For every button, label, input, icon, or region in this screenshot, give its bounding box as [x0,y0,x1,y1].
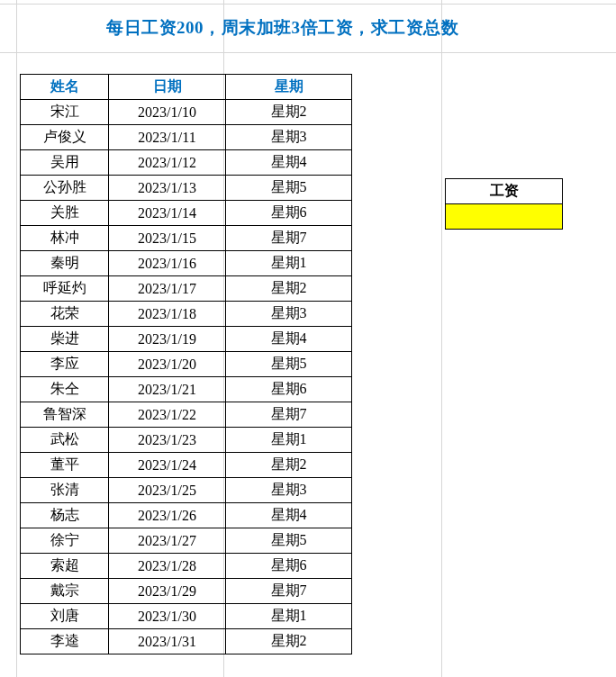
table-row: 林冲2023/1/15星期7 [21,226,352,251]
salary-header[interactable]: 工资 [446,179,563,204]
table-row: 武松2023/1/23星期1 [21,428,352,453]
table-row: 杨志2023/1/26星期4 [21,503,352,528]
cell-date[interactable]: 2023/1/22 [109,402,226,428]
cell-date[interactable]: 2023/1/27 [109,528,226,554]
cell-weekday[interactable]: 星期1 [226,428,352,453]
cell-date[interactable]: 2023/1/13 [109,176,226,201]
table-row: 花荣2023/1/18星期3 [21,302,352,327]
cell-weekday[interactable]: 星期2 [226,100,352,125]
cell-name[interactable]: 吴用 [21,150,109,176]
table-row: 刘唐2023/1/30星期1 [21,604,352,629]
cell-date[interactable]: 2023/1/14 [109,201,226,226]
cell-name[interactable]: 公孙胜 [21,176,109,201]
cell-weekday[interactable]: 星期5 [226,352,352,377]
table-row: 公孙胜2023/1/13星期5 [21,176,352,201]
cell-date[interactable]: 2023/1/19 [109,327,226,352]
table-row: 宋江2023/1/10星期2 [21,100,352,125]
cell-weekday[interactable]: 星期2 [226,629,352,654]
salary-table: 工资 [445,178,563,230]
table-row: 吴用2023/1/12星期4 [21,150,352,176]
cell-name[interactable]: 董平 [21,453,109,478]
cell-date[interactable]: 2023/1/16 [109,251,226,276]
cell-name[interactable]: 杨志 [21,503,109,528]
cell-date[interactable]: 2023/1/21 [109,377,226,402]
cell-date[interactable]: 2023/1/18 [109,302,226,327]
cell-weekday[interactable]: 星期1 [226,604,352,629]
cell-date[interactable]: 2023/1/28 [109,554,226,579]
cell-name[interactable]: 鲁智深 [21,402,109,428]
cell-name[interactable]: 徐宁 [21,528,109,554]
cell-name[interactable]: 张清 [21,478,109,503]
cell-weekday[interactable]: 星期6 [226,201,352,226]
cell-name[interactable]: 宋江 [21,100,109,125]
table-row: 李逵2023/1/31星期2 [21,629,352,654]
header-weekday[interactable]: 星期 [226,75,352,100]
cell-name[interactable]: 关胜 [21,201,109,226]
cell-date[interactable]: 2023/1/26 [109,503,226,528]
cell-weekday[interactable]: 星期7 [226,402,352,428]
cell-name[interactable]: 柴进 [21,327,109,352]
cell-date[interactable]: 2023/1/11 [109,125,226,150]
table-row: 董平2023/1/24星期2 [21,453,352,478]
cell-date[interactable]: 2023/1/12 [109,150,226,176]
cell-date[interactable]: 2023/1/31 [109,629,226,654]
table-row: 徐宁2023/1/27星期5 [21,528,352,554]
cell-weekday[interactable]: 星期5 [226,176,352,201]
table-row: 鲁智深2023/1/22星期7 [21,402,352,428]
table-row: 李应2023/1/20星期5 [21,352,352,377]
table-row: 关胜2023/1/14星期6 [21,201,352,226]
header-date[interactable]: 日期 [109,75,226,100]
cell-date[interactable]: 2023/1/15 [109,226,226,251]
cell-name[interactable]: 索超 [21,554,109,579]
cell-weekday[interactable]: 星期4 [226,150,352,176]
cell-name[interactable]: 李应 [21,352,109,377]
cell-name[interactable]: 戴宗 [21,579,109,604]
table-row: 卢俊义2023/1/11星期3 [21,125,352,150]
header-name[interactable]: 姓名 [21,75,109,100]
table-header-row: 姓名 日期 星期 [21,75,352,100]
cell-date[interactable]: 2023/1/10 [109,100,226,125]
cell-name[interactable]: 武松 [21,428,109,453]
cell-weekday[interactable]: 星期7 [226,579,352,604]
table-row: 柴进2023/1/19星期4 [21,327,352,352]
cell-name[interactable]: 李逵 [21,629,109,654]
table-row: 索超2023/1/28星期6 [21,554,352,579]
cell-date[interactable]: 2023/1/29 [109,579,226,604]
cell-date[interactable]: 2023/1/17 [109,276,226,302]
cell-weekday[interactable]: 星期2 [226,453,352,478]
cell-weekday[interactable]: 星期4 [226,503,352,528]
cell-date[interactable]: 2023/1/20 [109,352,226,377]
cell-name[interactable]: 秦明 [21,251,109,276]
title-text: 每日工资200，周末加班3倍工资，求工资总数 [106,16,521,40]
salary-result-cell[interactable] [446,204,563,230]
cell-weekday[interactable]: 星期6 [226,377,352,402]
wage-table: 姓名 日期 星期 宋江2023/1/10星期2卢俊义2023/1/11星期3吴用… [20,74,352,654]
table-row: 张清2023/1/25星期3 [21,478,352,503]
cell-name[interactable]: 呼延灼 [21,276,109,302]
cell-date[interactable]: 2023/1/25 [109,478,226,503]
cell-weekday[interactable]: 星期3 [226,125,352,150]
cell-weekday[interactable]: 星期6 [226,554,352,579]
cell-weekday[interactable]: 星期3 [226,478,352,503]
table-row: 秦明2023/1/16星期1 [21,251,352,276]
cell-date[interactable]: 2023/1/23 [109,428,226,453]
cell-name[interactable]: 卢俊义 [21,125,109,150]
cell-name[interactable]: 林冲 [21,226,109,251]
cell-name[interactable]: 刘唐 [21,604,109,629]
cell-weekday[interactable]: 星期2 [226,276,352,302]
cell-weekday[interactable]: 星期4 [226,327,352,352]
table-row: 朱仝2023/1/21星期6 [21,377,352,402]
table-row: 呼延灼2023/1/17星期2 [21,276,352,302]
cell-date[interactable]: 2023/1/24 [109,453,226,478]
cell-date[interactable]: 2023/1/30 [109,604,226,629]
cell-weekday[interactable]: 星期1 [226,251,352,276]
cell-weekday[interactable]: 星期5 [226,528,352,554]
cell-name[interactable]: 花荣 [21,302,109,327]
cell-name[interactable]: 朱仝 [21,377,109,402]
table-row: 戴宗2023/1/29星期7 [21,579,352,604]
cell-weekday[interactable]: 星期3 [226,302,352,327]
cell-weekday[interactable]: 星期7 [226,226,352,251]
